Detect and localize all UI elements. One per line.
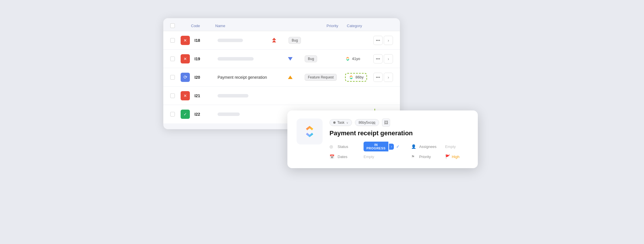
svg-rect-0 bbox=[302, 123, 318, 140]
row-actions: ••• › bbox=[373, 54, 393, 63]
detail-card: Task ∨ 86by5xcqq 🖼 Payment receipt gener… bbox=[287, 110, 478, 168]
task-id-badge: 86by5xcqq bbox=[355, 119, 379, 126]
row-category: Bug bbox=[305, 55, 345, 62]
assignees-value: Empty bbox=[445, 144, 456, 149]
select-all-checkbox[interactable] bbox=[170, 23, 175, 28]
row-status-icon: ⟳ bbox=[181, 73, 190, 82]
more-options-button[interactable]: ••• bbox=[373, 73, 383, 82]
row-status-icon: ✕ bbox=[181, 54, 190, 63]
row-category: Feature Request bbox=[305, 74, 345, 81]
row-code: I22 bbox=[194, 112, 212, 117]
row-assignee: 41yo bbox=[345, 56, 371, 61]
dates-field-row: 📅 Dates Empty bbox=[330, 154, 400, 159]
row-name: Payment receipt generation bbox=[218, 75, 276, 80]
row-actions: ••• › bbox=[373, 73, 393, 82]
table-row: ⟳ I20 Payment receipt generation Feature… bbox=[163, 68, 400, 87]
expand-button[interactable]: › bbox=[384, 54, 393, 63]
dates-icon: 📅 bbox=[330, 154, 335, 159]
col-header-code: Code bbox=[181, 24, 215, 28]
priority-flag-icon: 🚩 bbox=[445, 154, 450, 159]
status-label: Status bbox=[338, 144, 361, 149]
row-name-text: Payment receipt generation bbox=[218, 75, 267, 80]
priority-label: Priority bbox=[419, 155, 442, 159]
row-actions: ••• › bbox=[373, 36, 393, 45]
row-name bbox=[218, 57, 276, 61]
task-dot bbox=[333, 121, 336, 124]
assignees-label: Assignees bbox=[419, 144, 442, 149]
row-code: I19 bbox=[194, 57, 212, 61]
row-name bbox=[218, 39, 260, 42]
row-category: Bug bbox=[289, 37, 329, 44]
col-header-priority: Priority bbox=[318, 24, 347, 28]
table-row: ✕ I18 Bug ••• › bbox=[163, 31, 400, 50]
priority-field-row: ⚑ Priority 🚩 High bbox=[411, 154, 469, 159]
priority-text: High bbox=[452, 155, 460, 159]
more-options-button[interactable]: ••• bbox=[373, 36, 383, 45]
image-icon[interactable]: 🖼 bbox=[382, 119, 390, 127]
col-header-name: Name bbox=[215, 24, 318, 28]
detail-meta: Task ∨ 86by5xcqq 🖼 bbox=[330, 119, 469, 127]
status-chevron-button[interactable]: › bbox=[389, 144, 394, 150]
row-name bbox=[218, 112, 271, 116]
highlighted-assignee-cell: 86by bbox=[345, 73, 367, 82]
expand-button[interactable]: › bbox=[384, 36, 393, 45]
task-type-tag[interactable]: Task ∨ bbox=[330, 119, 352, 126]
expand-button[interactable]: › bbox=[384, 73, 393, 82]
row-checkbox[interactable] bbox=[170, 38, 175, 43]
task-label: Task bbox=[337, 121, 345, 125]
status-badge: IN PROGRESS › ✓ bbox=[364, 142, 400, 151]
detail-fields: ◎ Status IN PROGRESS › ✓ 👤 Assignees Emp… bbox=[330, 142, 469, 159]
row-priority bbox=[276, 57, 305, 61]
row-code: I18 bbox=[194, 38, 212, 43]
row-checkbox[interactable] bbox=[170, 75, 175, 80]
status-icon: ◎ bbox=[330, 144, 335, 149]
row-checkbox[interactable] bbox=[170, 57, 175, 61]
status-field-row: ◎ Status IN PROGRESS › ✓ bbox=[330, 142, 400, 151]
row-status-icon: ✕ bbox=[181, 36, 190, 45]
row-status-icon: ✕ bbox=[181, 91, 190, 100]
row-status-icon: ✓ bbox=[181, 110, 190, 119]
scene: Code Name Priority Category ✕ I18 Bug bbox=[163, 18, 481, 226]
priority-value: 🚩 High bbox=[445, 154, 460, 159]
assignee-name: 86by bbox=[355, 75, 364, 79]
more-options-button[interactable]: ••• bbox=[373, 54, 383, 63]
status-button[interactable]: IN PROGRESS bbox=[364, 142, 388, 151]
assignees-icon: 👤 bbox=[411, 144, 416, 149]
table-row: ✕ I19 Bug bbox=[163, 50, 400, 68]
row-assignee-highlighted: 86by bbox=[345, 73, 371, 82]
row-priority bbox=[276, 75, 305, 80]
detail-title: Payment receipt generation bbox=[330, 129, 469, 137]
row-code: I21 bbox=[194, 93, 212, 98]
priority-icon: ⚑ bbox=[411, 154, 416, 159]
dates-value: Empty bbox=[364, 155, 374, 159]
task-chevron-icon: ∨ bbox=[346, 121, 348, 124]
col-header-category: Category bbox=[347, 24, 393, 28]
table-header: Code Name Priority Category bbox=[163, 18, 400, 31]
status-check-icon: ✓ bbox=[396, 144, 400, 149]
assignee-name: 41yo bbox=[352, 57, 360, 61]
row-priority bbox=[260, 37, 289, 44]
detail-logo bbox=[297, 119, 323, 144]
row-checkbox[interactable] bbox=[170, 93, 175, 98]
table-row: ✕ I21 bbox=[163, 87, 400, 105]
detail-content: Task ∨ 86by5xcqq 🖼 Payment receipt gener… bbox=[330, 119, 469, 159]
row-name bbox=[218, 94, 271, 97]
dates-label: Dates bbox=[338, 155, 361, 159]
assignees-field-row: 👤 Assignees Empty bbox=[411, 142, 469, 151]
row-code: I20 bbox=[194, 75, 212, 80]
row-checkbox[interactable] bbox=[170, 112, 175, 117]
